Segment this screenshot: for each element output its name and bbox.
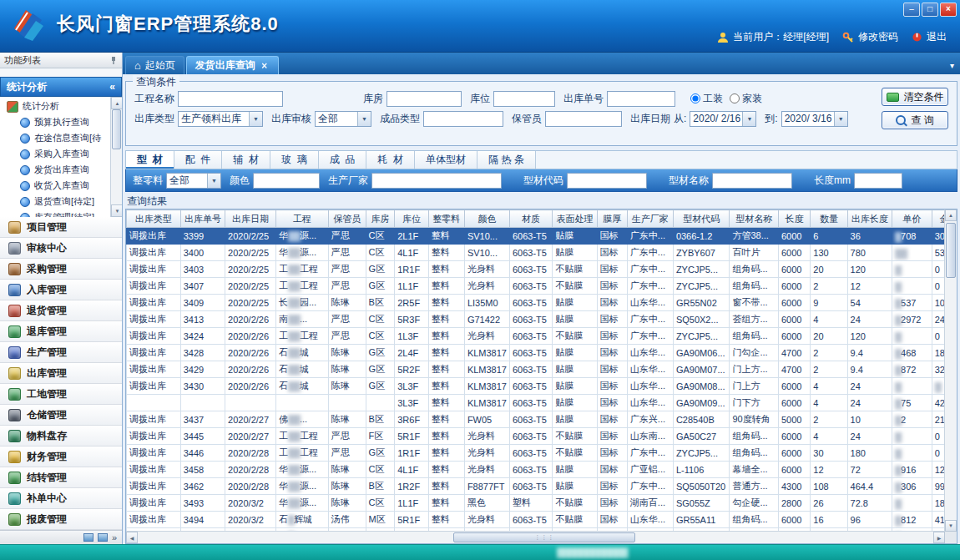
tree-item[interactable]: 发货出库查询 — [0, 162, 111, 178]
chevron-down-icon[interactable] — [249, 112, 262, 126]
column-header[interactable]: 生产厂家 — [627, 210, 673, 228]
sidebar-item-site[interactable]: 工地管理 — [0, 384, 122, 405]
chevron-down-icon[interactable] — [207, 174, 220, 188]
gongzhuang-radio-input[interactable] — [690, 93, 700, 103]
table-horizontal-scrollbar[interactable] — [126, 531, 945, 543]
tree-item[interactable]: 收货入库查询 — [0, 178, 111, 194]
sidebar-scrollbar[interactable] — [110, 97, 122, 217]
material-tab[interactable]: 配 件 — [174, 151, 223, 169]
table-row[interactable]: 调拨出库34092020/2/25长▓▓园...陈琳B区2R5F整料LI35M0… — [127, 295, 957, 311]
scroll-up-icon[interactable] — [111, 97, 122, 109]
table-row[interactable]: 调拨出库33992020/2/25华▓▓源...严思C区2L1F整料SV10..… — [127, 228, 957, 245]
table-row[interactable]: 调拨出库34462020/2/28工▓▓工程严思G区1R1F整料光身料6063-… — [127, 445, 957, 462]
table-row[interactable]: 调拨出库34292020/2/26石▓▓城陈琳G区5R2F整料KLM381760… — [127, 361, 957, 378]
column-header[interactable]: 出库单号 — [180, 210, 225, 228]
warehouse-input[interactable] — [387, 91, 462, 107]
column-header[interactable]: 单价 — [892, 210, 932, 228]
column-header[interactable]: 型材代码 — [673, 210, 730, 228]
sidebar-item-storage[interactable]: 仓储管理 — [0, 405, 122, 426]
outbound-type-select[interactable]: 生产领料出库 — [178, 111, 263, 127]
table-row[interactable]: 调拨出库34032020/2/25工▓▓工程严思G区1R1F整料光身料6063-… — [127, 261, 957, 278]
scroll-down-icon[interactable] — [111, 204, 122, 217]
close-icon[interactable] — [940, 3, 957, 17]
table-row[interactable]: 调拨出库34622020/2/28华▓▓源...陈琳B区1R2F整料F8877F… — [127, 478, 957, 495]
column-header[interactable]: 数量 — [811, 210, 847, 228]
date-from-picker[interactable]: 2020/ 2/16 — [690, 111, 756, 127]
column-header[interactable]: 出库日期 — [225, 210, 276, 228]
tree-item[interactable]: 预算执行查询 — [0, 114, 111, 130]
column-header[interactable]: 颜色 — [464, 210, 509, 228]
column-header[interactable]: 材质 — [509, 210, 552, 228]
table-vertical-scrollbar[interactable] — [944, 209, 957, 532]
scrollbar-thumb[interactable] — [453, 532, 635, 542]
table-row[interactable]: 调拨出库34002020/2/25华▓▓源...严思C区4L1F整料SV10..… — [127, 245, 957, 261]
tab-shipment-outbound-query[interactable]: 发货出库查询 — [186, 56, 279, 74]
table-row[interactable]: 调拨出库34302020/2/26石▓▓城陈琳G区3L3F整料KLM381760… — [127, 378, 957, 395]
column-header[interactable]: 保管员 — [328, 210, 366, 228]
tree-item[interactable]: 库存管理[待定] — [0, 209, 111, 217]
minimize-icon[interactable] — [903, 3, 920, 17]
sidebar-item-inventory[interactable]: 物料盘存 — [0, 426, 122, 446]
table-row[interactable]: 调拨出库34942020/3/2石▓辉城汤伟M区5R1F整料光身料6063-T5… — [127, 512, 957, 528]
radio-gongzhuang[interactable]: 工装 — [690, 92, 723, 106]
column-header[interactable]: 出库类型 — [127, 210, 181, 228]
monitor-icon[interactable] — [83, 533, 93, 542]
sidebar-item-outbound[interactable]: 出库管理 — [0, 363, 122, 384]
sidebar-item-audit[interactable]: 审核中心 — [0, 238, 122, 259]
tab-start-page[interactable]: 起始页 — [125, 56, 184, 74]
logout-button[interactable]: 退出 — [912, 30, 947, 44]
audit-select[interactable]: 全部 — [315, 111, 371, 127]
length-input[interactable] — [854, 173, 902, 189]
table-row[interactable]: 调拨出库34072020/2/25工▓▓工程严思G区1L1F整料光身料6063-… — [127, 278, 957, 295]
table-row[interactable]: 调拨出库34242020/2/26工▓▓工程严思C区1L3F整料光身料6063-… — [127, 328, 957, 345]
material-tab[interactable]: 单体型材 — [415, 151, 477, 169]
profile-code-input[interactable] — [567, 173, 647, 189]
sidebar-item-supplement[interactable]: 补单中心 — [0, 488, 122, 509]
location-input[interactable] — [493, 91, 555, 107]
sidebar-item-finance[interactable]: 财务管理 — [0, 446, 122, 467]
scroll-up-icon[interactable] — [945, 209, 957, 221]
product-type-input[interactable] — [423, 111, 503, 127]
chevron-down-icon[interactable] — [834, 112, 847, 126]
table-row[interactable]: 3L3F整料KLM38176063-T5贴膜国标山东华...GA90M09...… — [127, 395, 957, 411]
material-tab[interactable]: 型 材 — [126, 151, 174, 169]
chevron-down-icon[interactable] — [357, 112, 371, 126]
table-row[interactable]: 调拨出库34932020/3/2华▓▓源...陈琳C区1L1F整料黑色塑料不贴膜… — [127, 495, 957, 512]
scrollbar-thumb[interactable] — [112, 109, 121, 149]
sidebar-item-inbound[interactable]: 入库管理 — [0, 280, 122, 300]
table-row[interactable]: 调拨出库34132020/2/26南▓▓...严思C区5R3F整料G714226… — [127, 311, 957, 328]
order-no-input[interactable] — [607, 91, 675, 107]
tree-item[interactable]: 退货查询[待定] — [0, 194, 111, 209]
scroll-right-icon[interactable] — [933, 532, 945, 543]
material-tab[interactable]: 隔 热 条 — [477, 151, 536, 169]
date-to-picker[interactable]: 2020/ 3/16 — [781, 111, 848, 127]
sidebar-overflow-icon[interactable] — [112, 533, 117, 542]
material-tab[interactable]: 辅 材 — [222, 151, 270, 169]
sidebar-item-return-warehouse[interactable]: 退库管理 — [0, 321, 122, 342]
sidebar-item-return-goods[interactable]: 退货管理 — [0, 300, 122, 321]
chevron-down-icon[interactable] — [742, 112, 755, 126]
tab-close-icon[interactable] — [260, 61, 270, 71]
color-input[interactable] — [253, 173, 320, 189]
scrollbar-thumb[interactable] — [946, 223, 956, 278]
radio-jiazhuang[interactable]: 家装 — [730, 92, 762, 106]
table-row[interactable]: 调拨出库34282020/2/26石▓▓城陈琳G区2L4F整料KLM381760… — [127, 345, 957, 361]
column-header[interactable]: 库位 — [395, 210, 428, 228]
tree-item[interactable]: 采购入库查询 — [0, 146, 111, 162]
column-header[interactable]: 工程 — [275, 210, 328, 228]
column-header[interactable]: 表面处理 — [553, 210, 597, 228]
collapse-icon[interactable]: « — [109, 81, 115, 93]
material-tab[interactable]: 耗 材 — [366, 151, 415, 169]
change-password-button[interactable]: 修改密码 — [842, 30, 898, 44]
column-header[interactable]: 长度 — [778, 210, 810, 228]
column-header[interactable]: 出库长度 — [847, 210, 892, 228]
search-button[interactable]: 查 询 — [882, 111, 948, 129]
column-header[interactable]: 型材名称 — [730, 210, 779, 228]
jiazhuang-radio-input[interactable] — [730, 93, 740, 103]
column-header[interactable]: 整零料 — [428, 210, 464, 228]
pin-icon[interactable] — [109, 56, 118, 64]
sidebar-item-scrap[interactable]: 报废管理 — [0, 509, 122, 530]
project-name-input[interactable] — [178, 91, 283, 107]
sidebar-item-carryover[interactable]: 结转管理 — [0, 467, 122, 488]
material-tab[interactable]: 成 品 — [319, 151, 367, 169]
